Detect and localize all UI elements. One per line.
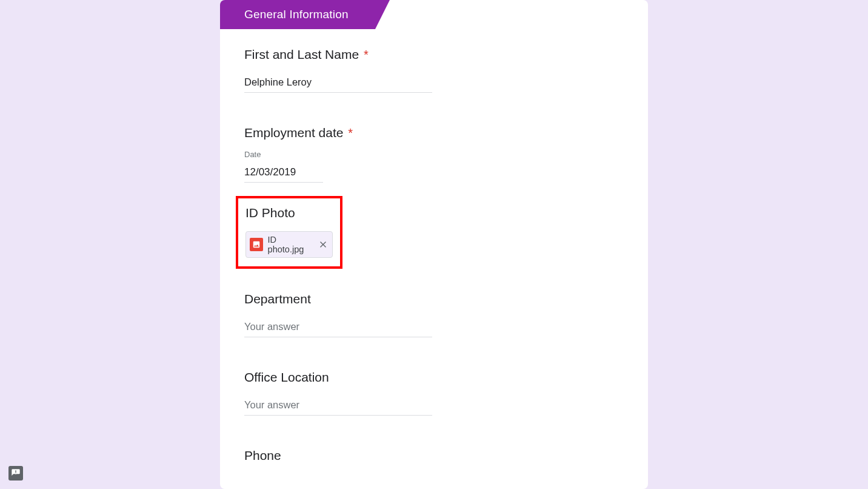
feedback-button[interactable] [8, 466, 23, 481]
question-employment-date: Employment date * Date [220, 113, 648, 190]
question-phone-title: Phone [244, 447, 624, 464]
form-card: General Information First and Last Name … [220, 0, 648, 489]
spacer [220, 100, 648, 113]
section-title: General Information [244, 8, 349, 21]
question-idphoto-title: ID Photo [245, 204, 333, 221]
section-header: General Information [220, 0, 375, 29]
required-star: * [347, 126, 353, 140]
question-date-title: Employment date * [244, 124, 624, 141]
question-office-location: Office Location [220, 356, 648, 423]
question-department: Department [220, 269, 648, 345]
question-date-label: Employment date [244, 126, 343, 140]
name-input[interactable] [244, 72, 432, 93]
image-file-icon [250, 238, 263, 251]
page: General Information First and Last Name … [0, 0, 868, 489]
office-location-input[interactable] [244, 394, 432, 416]
question-name-label: First and Last Name [244, 47, 359, 61]
remove-file-button[interactable] [318, 239, 329, 250]
question-phone: Phone [220, 434, 648, 464]
spacer [220, 345, 648, 356]
question-name: First and Last Name * [220, 29, 648, 100]
spacer [220, 423, 648, 434]
uploaded-file-name: ID photo.jpg [268, 235, 315, 254]
question-office-title: Office Location [244, 369, 624, 386]
question-name-title: First and Last Name * [244, 46, 624, 63]
department-input[interactable] [244, 316, 432, 337]
required-star: * [362, 48, 369, 61]
employment-date-input[interactable] [244, 161, 323, 183]
uploaded-file-chip[interactable]: ID photo.jpg [245, 231, 333, 258]
date-sublabel: Date [244, 150, 624, 159]
question-id-photo-highlight: ID Photo ID photo.jpg [236, 196, 342, 269]
question-department-title: Department [244, 291, 624, 308]
